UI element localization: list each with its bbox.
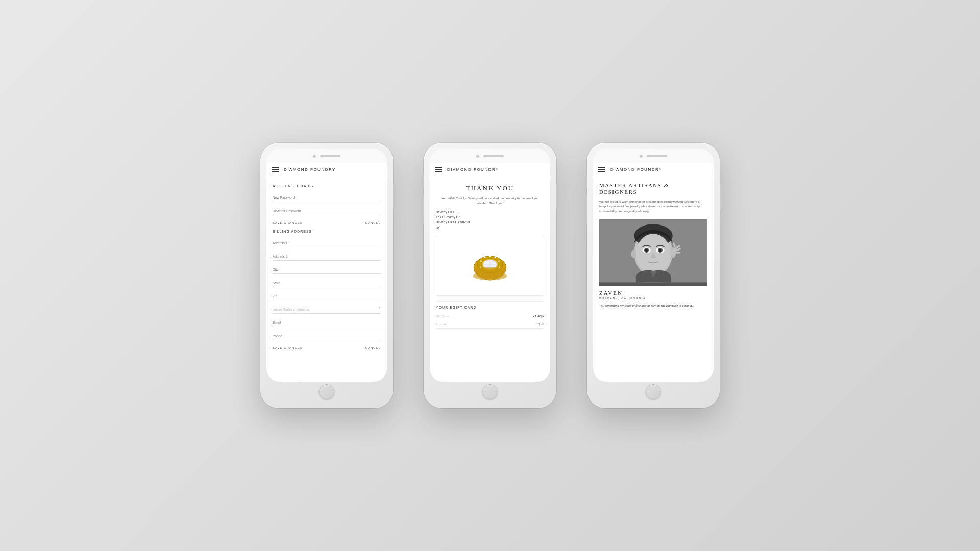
- home-button-3[interactable]: [646, 384, 661, 399]
- speaker-2: [483, 155, 504, 157]
- address-street: 1511 Beverly Dr: [436, 215, 544, 220]
- svg-point-29: [659, 248, 662, 251]
- phone-3-content: DIAMOND FOUNDRY MASTER ARTISANS & DESIGN…: [593, 163, 714, 382]
- artisan-quote: "By combining my skills in fine arts as …: [599, 303, 707, 308]
- artisan-location: BURBANK, CALIFORNIA: [599, 297, 707, 300]
- gift-code-row: Gift Code xTi4gR: [436, 312, 544, 320]
- new-password-field[interactable]: [273, 194, 381, 202]
- save-account-button[interactable]: SAVE CHANGES: [273, 221, 303, 224]
- gift-amount-row: Amount $23: [436, 320, 544, 329]
- phone-1-scroll: ACCOUNT DETAILS SAVE CHANGES CANCEL BILL…: [266, 177, 387, 382]
- artisan-image: [599, 219, 707, 286]
- phone-artisan: DIAMOND FOUNDRY MASTER ARTISANS & DESIGN…: [587, 143, 720, 408]
- phone-3-header: DIAMOND FOUNDRY: [593, 163, 714, 177]
- phone-2-header: DIAMOND FOUNDRY: [430, 163, 550, 177]
- address1-field[interactable]: [273, 239, 381, 247]
- svg-point-12: [484, 257, 486, 258]
- svg-point-9: [489, 255, 491, 257]
- thank-you-title: THANK YOU: [436, 184, 544, 192]
- app-title-1: DIAMOND FOUNDRY: [284, 167, 336, 172]
- gift-code-label: Gift Code: [436, 315, 449, 318]
- country-select[interactable]: United States of America: [273, 306, 381, 314]
- phone-2-bottom: [430, 382, 550, 402]
- phone-field[interactable]: [273, 332, 381, 340]
- phone-account: DIAMOND FOUNDRY ACCOUNT DETAILS SAVE CHA…: [260, 143, 393, 408]
- phone-1-bottom: [266, 382, 387, 402]
- svg-point-10: [495, 257, 496, 258]
- account-actions: SAVE CHANGES CANCEL: [273, 221, 381, 224]
- phone-3-top-bar: [593, 149, 714, 163]
- artisan-page-title: MASTER ARTISANS & DESIGNERS: [599, 182, 707, 195]
- camera-dot-2: [476, 155, 479, 158]
- hamburger-icon-2[interactable]: [435, 167, 442, 172]
- ring-image-container: [436, 235, 544, 296]
- gift-code-value: xTi4gR: [533, 314, 544, 318]
- home-button-2[interactable]: [482, 384, 498, 399]
- gift-amount-value: $23: [538, 322, 544, 326]
- email-field[interactable]: [273, 319, 381, 327]
- phones-container: DIAMOND FOUNDRY ACCOUNT DETAILS SAVE CHA…: [260, 143, 720, 408]
- artisan-section: MASTER ARTISANS & DESIGNERS We are proud…: [593, 177, 714, 313]
- phone-2-top-bar: [430, 149, 550, 163]
- ring-illustration: [464, 242, 516, 288]
- billing-address-title: BILLING ADDRESS: [273, 230, 381, 233]
- address-country: US: [436, 226, 544, 231]
- artisan-name: ZAVEN: [599, 290, 707, 296]
- phone-1-content: DIAMOND FOUNDRY ACCOUNT DETAILS SAVE CHA…: [266, 163, 387, 382]
- hamburger-icon-3[interactable]: [598, 167, 605, 172]
- svg-point-16: [484, 261, 489, 264]
- billing-actions: SAVE CHANGES CANCEL: [273, 346, 381, 349]
- thank-you-message: Your eGift Card for Beverly will be emai…: [436, 196, 544, 206]
- egift-title: YOUR eGIFT CARD: [436, 306, 544, 309]
- thankyou-section: THANK YOU Your eGift Card for Beverly wi…: [430, 177, 550, 334]
- phone-3-bottom: [593, 382, 714, 402]
- app-title-2: DIAMOND FOUNDRY: [447, 167, 499, 172]
- phone-1-top-bar: [266, 149, 387, 163]
- svg-line-30: [674, 243, 675, 246]
- hamburger-icon[interactable]: [272, 167, 279, 172]
- app-title-3: DIAMOND FOUNDRY: [610, 167, 663, 172]
- svg-line-32: [676, 248, 680, 250]
- speaker: [320, 155, 340, 157]
- artisan-description: We are proud to work with master artisan…: [599, 199, 707, 214]
- svg-point-11: [498, 260, 500, 262]
- camera-dot: [313, 155, 316, 158]
- address-city-state: Beverly Hills CA 90210: [436, 220, 544, 225]
- save-billing-button[interactable]: SAVE CHANGES: [273, 346, 303, 349]
- phone-1-screen: DIAMOND FOUNDRY ACCOUNT DETAILS SAVE CHA…: [266, 149, 387, 382]
- cancel-billing-button[interactable]: CANCEL: [365, 346, 381, 349]
- phone-3-screen: DIAMOND FOUNDRY MASTER ARTISANS & DESIGN…: [593, 149, 714, 382]
- phone-1-header: DIAMOND FOUNDRY: [266, 163, 387, 177]
- address2-field[interactable]: [273, 253, 381, 261]
- city-field[interactable]: [273, 266, 381, 274]
- svg-point-13: [480, 260, 482, 262]
- camera-dot-3: [640, 155, 643, 158]
- phone-2-screen: DIAMOND FOUNDRY THANK YOU Your eGift Car…: [430, 149, 550, 382]
- address-name: Beverly Hills: [436, 210, 544, 215]
- country-wrapper: United States of America: [273, 304, 381, 317]
- state-field[interactable]: [273, 279, 381, 287]
- phone-thankyou: DIAMOND FOUNDRY THANK YOU Your eGift Car…: [424, 143, 556, 408]
- speaker-3: [647, 155, 667, 157]
- artisan-portrait: [599, 219, 707, 286]
- phone-2-content: DIAMOND FOUNDRY THANK YOU Your eGift Car…: [430, 163, 550, 382]
- account-details-title: ACCOUNT DETAILS: [273, 184, 381, 188]
- svg-point-28: [645, 248, 648, 251]
- gift-amount-label: Amount: [436, 323, 447, 326]
- cancel-account-button[interactable]: CANCEL: [365, 221, 381, 224]
- egift-section: YOUR eGIFT CARD Gift Code xTi4gR Amount …: [436, 301, 544, 329]
- home-button-1[interactable]: [319, 384, 334, 399]
- re-enter-password-field[interactable]: [273, 207, 381, 215]
- address-block: Beverly Hills 1511 Beverly Dr Beverly Hi…: [436, 210, 544, 231]
- zip-field[interactable]: [273, 292, 381, 300]
